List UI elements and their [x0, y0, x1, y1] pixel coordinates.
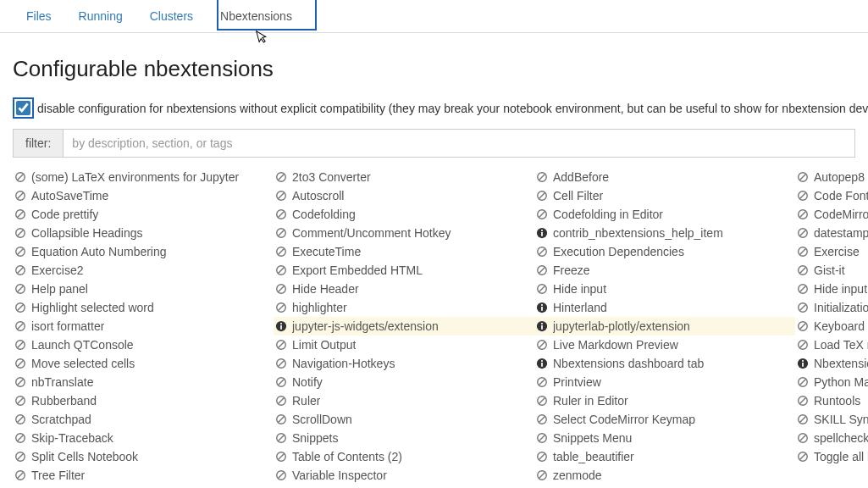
extension-item[interactable]: Toggle all li — [795, 447, 868, 466]
extension-item[interactable]: Live Markdown Preview — [534, 336, 795, 354]
extension-item[interactable]: (some) LaTeX environments for Jupyter — [13, 168, 274, 186]
extension-item[interactable]: Load TeX m — [795, 336, 868, 354]
extension-item[interactable]: Snippets — [274, 429, 534, 447]
disabled-icon — [536, 190, 548, 202]
filter-input[interactable] — [64, 130, 854, 157]
extension-label: Hinterland — [553, 301, 607, 314]
disabled-icon — [536, 432, 548, 444]
extension-item[interactable]: ScrollDown — [274, 410, 534, 429]
extension-item[interactable]: Python Mar — [795, 373, 868, 391]
extension-item[interactable]: table_beautifier — [534, 447, 795, 466]
extension-label: (some) LaTeX environments for Jupyter — [31, 170, 239, 184]
extension-item[interactable]: Freeze — [534, 261, 795, 280]
extension-item[interactable]: Highlight selected word — [13, 298, 274, 317]
extension-item[interactable]: Exercise — [795, 242, 868, 261]
extension-item[interactable]: Initialization — [795, 298, 868, 317]
extension-label: spellchecke — [814, 431, 868, 445]
info-icon — [536, 320, 548, 332]
tab-running[interactable]: Running — [65, 0, 136, 32]
extension-item[interactable]: Exercise2 — [13, 261, 274, 280]
extension-item[interactable]: Tree Filter — [13, 466, 274, 485]
disabled-icon — [797, 264, 809, 276]
disabled-icon — [536, 246, 548, 258]
extension-item[interactable]: Rubberband — [13, 391, 274, 410]
compat-row: disable configuration for nbextensions w… — [13, 97, 855, 119]
extension-item[interactable]: 2to3 Converter — [274, 168, 534, 186]
extension-item[interactable]: jupyter-js-widgets/extension — [274, 317, 534, 336]
extension-label: nbTranslate — [31, 375, 93, 389]
extension-item[interactable]: CodeMirror — [795, 205, 868, 224]
extension-label: Help panel — [31, 282, 88, 296]
extension-item[interactable]: Nbextensions dashboard tab — [534, 354, 795, 373]
extension-item[interactable]: AddBefore — [534, 168, 795, 186]
extension-item[interactable]: Move selected cells — [13, 354, 274, 373]
filter-label: filter: — [14, 130, 64, 157]
extension-item[interactable]: Scratchpad — [13, 410, 274, 429]
extension-item[interactable]: Notify — [274, 373, 534, 391]
extension-label: 2to3 Converter — [292, 170, 371, 184]
extension-item[interactable]: Codefolding — [274, 205, 534, 224]
extension-item[interactable]: Variable Inspector — [274, 466, 534, 485]
disabled-icon — [275, 246, 287, 258]
extension-item[interactable]: highlighter — [274, 298, 534, 317]
extension-label: Gist-it — [814, 263, 845, 277]
extension-item[interactable]: Snippets Menu — [534, 429, 795, 447]
extension-item[interactable]: Gist-it — [795, 261, 868, 280]
extension-item[interactable]: Hide Header — [274, 280, 534, 298]
extension-item[interactable]: Autoscroll — [274, 186, 534, 205]
disabled-icon — [275, 208, 287, 220]
extension-item[interactable]: Equation Auto Numbering — [13, 242, 274, 261]
extension-item[interactable]: Table of Contents (2) — [274, 447, 534, 466]
extension-item[interactable]: zenmode — [534, 466, 795, 485]
extension-item[interactable]: Hide input a — [795, 280, 868, 298]
extension-item[interactable]: Code prettify — [13, 205, 274, 224]
extension-label: jupyterlab-plotly/extension — [553, 319, 690, 333]
tab-clusters[interactable]: Clusters — [136, 0, 207, 32]
disabled-icon — [797, 246, 809, 258]
extension-item[interactable]: Code Font S — [795, 186, 868, 205]
extension-item[interactable]: Codefolding in Editor — [534, 205, 795, 224]
extension-item[interactable]: AutoSaveTime — [13, 186, 274, 205]
extension-item[interactable]: Export Embedded HTML — [274, 261, 534, 280]
extension-item[interactable]: Execution Dependencies — [534, 242, 795, 261]
info-icon — [275, 320, 287, 332]
extension-item[interactable]: Nbextension — [795, 354, 868, 373]
disabled-icon — [14, 376, 26, 388]
extension-item[interactable]: Navigation-Hotkeys — [274, 354, 534, 373]
extension-item[interactable]: Keyboard s — [795, 317, 868, 336]
extension-item[interactable]: isort formatter — [13, 317, 274, 336]
extension-item[interactable]: Limit Output — [274, 336, 534, 354]
extension-item[interactable]: Split Cells Notebook — [13, 447, 274, 466]
extension-item[interactable]: datestampe — [795, 224, 868, 242]
extension-item[interactable]: Collapsible Headings — [13, 224, 274, 242]
extension-item[interactable]: Help panel — [13, 280, 274, 298]
extension-item[interactable]: contrib_nbextensions_help_item — [534, 224, 795, 242]
extension-item[interactable]: Launch QTConsole — [13, 336, 274, 354]
extension-item[interactable]: Autopep8 — [795, 168, 868, 186]
extension-item[interactable]: ExecuteTime — [274, 242, 534, 261]
extension-item[interactable]: Runtools — [795, 391, 868, 410]
compat-checkbox[interactable] — [16, 101, 30, 115]
extension-item[interactable]: jupyterlab-plotly/extension — [534, 317, 795, 336]
extension-label: Comment/Uncomment Hotkey — [292, 226, 451, 240]
extension-item[interactable]: Ruler — [274, 391, 534, 410]
extension-item[interactable]: Comment/Uncomment Hotkey — [274, 224, 534, 242]
extension-item[interactable]: SKILL Synt — [795, 410, 868, 429]
extension-label: Collapsible Headings — [31, 226, 143, 240]
extension-item[interactable]: Hinterland — [534, 298, 795, 317]
extension-item[interactable]: Printview — [534, 373, 795, 391]
extension-item[interactable]: Cell Filter — [534, 186, 795, 205]
extension-label: Exercise2 — [31, 263, 83, 277]
tab-files[interactable]: Files — [13, 0, 65, 32]
tab-nbextensions[interactable]: Nbextensions — [207, 0, 306, 32]
disabled-icon — [536, 339, 548, 351]
disabled-icon — [275, 190, 287, 202]
extension-item[interactable]: Ruler in Editor — [534, 391, 795, 410]
extension-label: Move selected cells — [31, 357, 135, 370]
extension-label: zenmode — [553, 469, 602, 482]
extension-item[interactable]: spellchecke — [795, 429, 868, 447]
extension-item[interactable]: Hide input — [534, 280, 795, 298]
extension-item[interactable]: Select CodeMirror Keymap — [534, 410, 795, 429]
extension-item[interactable]: Skip-Traceback — [13, 429, 274, 447]
extension-item[interactable]: nbTranslate — [13, 373, 274, 391]
